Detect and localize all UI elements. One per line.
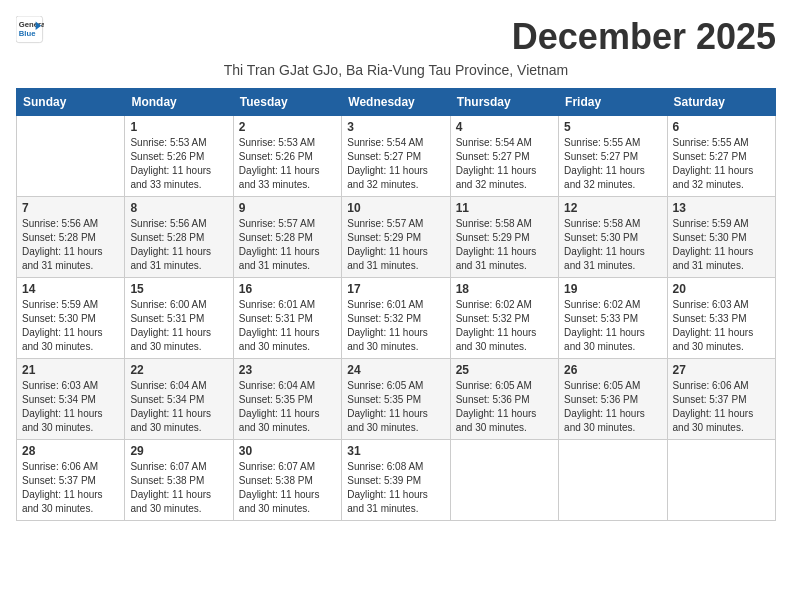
- day-detail: Sunrise: 6:05 AMSunset: 5:35 PMDaylight:…: [347, 379, 444, 435]
- calendar-cell: 8 Sunrise: 5:56 AMSunset: 5:28 PMDayligh…: [125, 197, 233, 278]
- day-number: 28: [22, 444, 119, 458]
- day-detail: Sunrise: 6:03 AMSunset: 5:33 PMDaylight:…: [673, 298, 770, 354]
- day-number: 10: [347, 201, 444, 215]
- calendar-cell: 20 Sunrise: 6:03 AMSunset: 5:33 PMDaylig…: [667, 278, 775, 359]
- calendar-cell: [450, 440, 558, 521]
- day-detail: Sunrise: 6:05 AMSunset: 5:36 PMDaylight:…: [564, 379, 661, 435]
- calendar-header-row: SundayMondayTuesdayWednesdayThursdayFrid…: [17, 89, 776, 116]
- calendar-cell: 4 Sunrise: 5:54 AMSunset: 5:27 PMDayligh…: [450, 116, 558, 197]
- subtitle: Thi Tran GJat GJo, Ba Ria-Vung Tau Provi…: [16, 62, 776, 78]
- svg-text:Blue: Blue: [19, 29, 36, 38]
- day-number: 1: [130, 120, 227, 134]
- day-detail: Sunrise: 6:02 AMSunset: 5:33 PMDaylight:…: [564, 298, 661, 354]
- day-detail: Sunrise: 5:57 AMSunset: 5:28 PMDaylight:…: [239, 217, 336, 273]
- logo-area: General Blue: [16, 16, 48, 44]
- header: General Blue December 2025: [16, 16, 776, 58]
- calendar-cell: 25 Sunrise: 6:05 AMSunset: 5:36 PMDaylig…: [450, 359, 558, 440]
- day-number: 20: [673, 282, 770, 296]
- calendar-cell: 19 Sunrise: 6:02 AMSunset: 5:33 PMDaylig…: [559, 278, 667, 359]
- day-number: 17: [347, 282, 444, 296]
- day-of-week-header: Wednesday: [342, 89, 450, 116]
- general-blue-logo-icon: General Blue: [16, 16, 44, 44]
- calendar-week-row: 14 Sunrise: 5:59 AMSunset: 5:30 PMDaylig…: [17, 278, 776, 359]
- day-number: 18: [456, 282, 553, 296]
- day-number: 30: [239, 444, 336, 458]
- day-detail: Sunrise: 5:53 AMSunset: 5:26 PMDaylight:…: [130, 136, 227, 192]
- day-number: 6: [673, 120, 770, 134]
- calendar-week-row: 1 Sunrise: 5:53 AMSunset: 5:26 PMDayligh…: [17, 116, 776, 197]
- day-detail: Sunrise: 6:06 AMSunset: 5:37 PMDaylight:…: [673, 379, 770, 435]
- day-detail: Sunrise: 6:07 AMSunset: 5:38 PMDaylight:…: [239, 460, 336, 516]
- calendar-cell: 21 Sunrise: 6:03 AMSunset: 5:34 PMDaylig…: [17, 359, 125, 440]
- day-detail: Sunrise: 6:00 AMSunset: 5:31 PMDaylight:…: [130, 298, 227, 354]
- day-detail: Sunrise: 6:08 AMSunset: 5:39 PMDaylight:…: [347, 460, 444, 516]
- day-number: 25: [456, 363, 553, 377]
- day-number: 31: [347, 444, 444, 458]
- day-detail: Sunrise: 6:06 AMSunset: 5:37 PMDaylight:…: [22, 460, 119, 516]
- calendar-week-row: 28 Sunrise: 6:06 AMSunset: 5:37 PMDaylig…: [17, 440, 776, 521]
- day-number: 26: [564, 363, 661, 377]
- day-detail: Sunrise: 6:01 AMSunset: 5:31 PMDaylight:…: [239, 298, 336, 354]
- calendar-table: SundayMondayTuesdayWednesdayThursdayFrid…: [16, 88, 776, 521]
- calendar-cell: 1 Sunrise: 5:53 AMSunset: 5:26 PMDayligh…: [125, 116, 233, 197]
- calendar-week-row: 21 Sunrise: 6:03 AMSunset: 5:34 PMDaylig…: [17, 359, 776, 440]
- day-number: 5: [564, 120, 661, 134]
- day-detail: Sunrise: 5:59 AMSunset: 5:30 PMDaylight:…: [673, 217, 770, 273]
- day-number: 9: [239, 201, 336, 215]
- calendar-cell: 5 Sunrise: 5:55 AMSunset: 5:27 PMDayligh…: [559, 116, 667, 197]
- day-number: 7: [22, 201, 119, 215]
- day-detail: Sunrise: 6:05 AMSunset: 5:36 PMDaylight:…: [456, 379, 553, 435]
- day-number: 23: [239, 363, 336, 377]
- calendar-week-row: 7 Sunrise: 5:56 AMSunset: 5:28 PMDayligh…: [17, 197, 776, 278]
- day-number: 21: [22, 363, 119, 377]
- calendar-cell: 23 Sunrise: 6:04 AMSunset: 5:35 PMDaylig…: [233, 359, 341, 440]
- calendar-cell: 26 Sunrise: 6:05 AMSunset: 5:36 PMDaylig…: [559, 359, 667, 440]
- day-detail: Sunrise: 5:58 AMSunset: 5:30 PMDaylight:…: [564, 217, 661, 273]
- day-detail: Sunrise: 5:53 AMSunset: 5:26 PMDaylight:…: [239, 136, 336, 192]
- calendar-cell: 15 Sunrise: 6:00 AMSunset: 5:31 PMDaylig…: [125, 278, 233, 359]
- calendar-cell: 7 Sunrise: 5:56 AMSunset: 5:28 PMDayligh…: [17, 197, 125, 278]
- calendar-cell: 14 Sunrise: 5:59 AMSunset: 5:30 PMDaylig…: [17, 278, 125, 359]
- day-detail: Sunrise: 5:54 AMSunset: 5:27 PMDaylight:…: [347, 136, 444, 192]
- day-detail: Sunrise: 5:55 AMSunset: 5:27 PMDaylight:…: [673, 136, 770, 192]
- day-number: 19: [564, 282, 661, 296]
- calendar-cell: 29 Sunrise: 6:07 AMSunset: 5:38 PMDaylig…: [125, 440, 233, 521]
- day-of-week-header: Thursday: [450, 89, 558, 116]
- day-detail: Sunrise: 6:04 AMSunset: 5:35 PMDaylight:…: [239, 379, 336, 435]
- calendar-cell: 10 Sunrise: 5:57 AMSunset: 5:29 PMDaylig…: [342, 197, 450, 278]
- day-of-week-header: Friday: [559, 89, 667, 116]
- svg-text:General: General: [19, 20, 44, 29]
- day-number: 2: [239, 120, 336, 134]
- day-detail: Sunrise: 6:02 AMSunset: 5:32 PMDaylight:…: [456, 298, 553, 354]
- day-number: 11: [456, 201, 553, 215]
- day-detail: Sunrise: 5:56 AMSunset: 5:28 PMDaylight:…: [22, 217, 119, 273]
- calendar-cell: 28 Sunrise: 6:06 AMSunset: 5:37 PMDaylig…: [17, 440, 125, 521]
- calendar-cell: 16 Sunrise: 6:01 AMSunset: 5:31 PMDaylig…: [233, 278, 341, 359]
- day-detail: Sunrise: 6:07 AMSunset: 5:38 PMDaylight:…: [130, 460, 227, 516]
- day-of-week-header: Tuesday: [233, 89, 341, 116]
- calendar-cell: 27 Sunrise: 6:06 AMSunset: 5:37 PMDaylig…: [667, 359, 775, 440]
- calendar-cell: [17, 116, 125, 197]
- day-of-week-header: Saturday: [667, 89, 775, 116]
- calendar-cell: 24 Sunrise: 6:05 AMSunset: 5:35 PMDaylig…: [342, 359, 450, 440]
- day-number: 24: [347, 363, 444, 377]
- calendar-cell: [667, 440, 775, 521]
- day-detail: Sunrise: 5:58 AMSunset: 5:29 PMDaylight:…: [456, 217, 553, 273]
- calendar-cell: 31 Sunrise: 6:08 AMSunset: 5:39 PMDaylig…: [342, 440, 450, 521]
- day-number: 14: [22, 282, 119, 296]
- day-detail: Sunrise: 5:59 AMSunset: 5:30 PMDaylight:…: [22, 298, 119, 354]
- day-detail: Sunrise: 6:03 AMSunset: 5:34 PMDaylight:…: [22, 379, 119, 435]
- calendar-cell: 22 Sunrise: 6:04 AMSunset: 5:34 PMDaylig…: [125, 359, 233, 440]
- calendar-cell: 11 Sunrise: 5:58 AMSunset: 5:29 PMDaylig…: [450, 197, 558, 278]
- day-number: 12: [564, 201, 661, 215]
- day-of-week-header: Sunday: [17, 89, 125, 116]
- day-detail: Sunrise: 5:56 AMSunset: 5:28 PMDaylight:…: [130, 217, 227, 273]
- day-number: 13: [673, 201, 770, 215]
- day-number: 27: [673, 363, 770, 377]
- day-detail: Sunrise: 5:55 AMSunset: 5:27 PMDaylight:…: [564, 136, 661, 192]
- calendar-cell: [559, 440, 667, 521]
- day-detail: Sunrise: 5:54 AMSunset: 5:27 PMDaylight:…: [456, 136, 553, 192]
- calendar-cell: 18 Sunrise: 6:02 AMSunset: 5:32 PMDaylig…: [450, 278, 558, 359]
- calendar-cell: 2 Sunrise: 5:53 AMSunset: 5:26 PMDayligh…: [233, 116, 341, 197]
- day-number: 4: [456, 120, 553, 134]
